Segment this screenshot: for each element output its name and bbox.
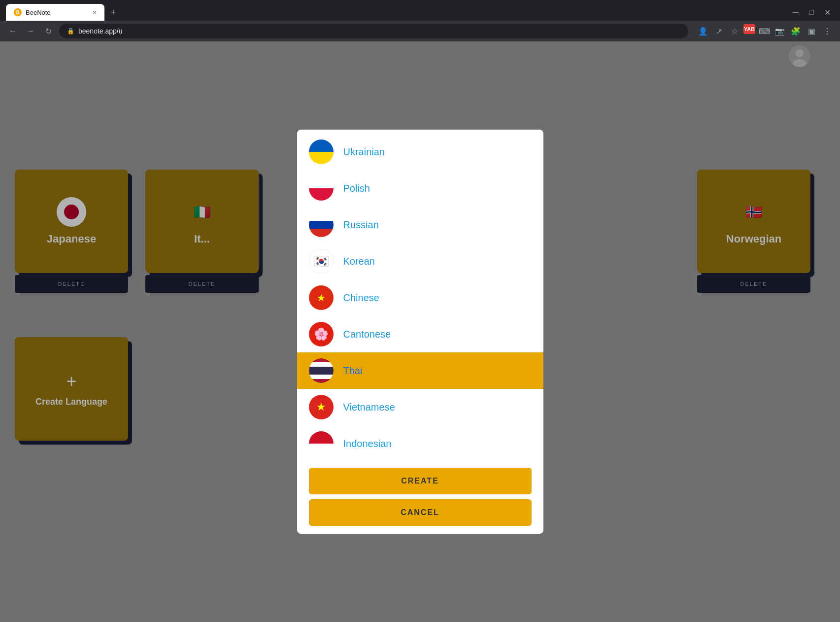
menu-icon[interactable]: ⋮: [820, 24, 834, 38]
language-item-korean[interactable]: 🇰🇷 Korean: [297, 243, 543, 279]
polish-flag: [309, 176, 334, 201]
url-text: beenote.app/u: [78, 27, 123, 35]
korean-flag: 🇰🇷: [309, 249, 334, 274]
russian-label: Russian: [343, 219, 379, 231]
language-item-cantonese[interactable]: 🌸 Cantonese: [297, 316, 543, 352]
language-item-chinese[interactable]: ★ Chinese: [297, 279, 543, 316]
tab-title: BeeNote: [26, 9, 89, 16]
page-content: Japanese DELETE 🇮🇹 It... DELETE 🇳🇴 Norwe…: [0, 41, 840, 622]
extensions-icon[interactable]: 🧩: [789, 24, 803, 38]
language-item-polish[interactable]: Polish: [297, 170, 543, 207]
chinese-label: Chinese: [343, 292, 379, 304]
ukrainian-label: Ukrainian: [343, 146, 385, 158]
bookmark-icon[interactable]: ☆: [728, 24, 741, 38]
modal-actions: CREATE CANCEL: [297, 462, 543, 534]
cancel-button[interactable]: CANCEL: [309, 499, 532, 526]
vietnamese-flag: ★: [309, 395, 334, 419]
close-window-button[interactable]: ✕: [820, 5, 834, 19]
tab-bar: B BeeNote × + ─ □ ✕: [0, 0, 840, 21]
cantonese-label: Cantonese: [343, 329, 391, 340]
new-tab-button[interactable]: +: [106, 5, 120, 19]
minimize-button[interactable]: ─: [789, 5, 803, 19]
lock-icon: 🔒: [67, 28, 74, 35]
keyboard-icon[interactable]: ⌨: [757, 24, 771, 38]
language-item-indonesian[interactable]: Indonesian: [297, 425, 543, 462]
russian-flag: [309, 212, 334, 237]
cantonese-flag: 🌸: [309, 322, 334, 346]
chinese-flag: ★: [309, 285, 334, 310]
language-item-vietnamese[interactable]: ★ Vietnamese: [297, 389, 543, 425]
browser-chrome: B BeeNote × + ─ □ ✕ ← → ↻ 🔒 beenote.app/…: [0, 0, 840, 41]
ukrainian-flag: [309, 139, 334, 164]
indonesian-flag: [309, 431, 334, 456]
share-icon[interactable]: ↗: [712, 24, 726, 38]
polish-label: Polish: [343, 183, 370, 194]
tab-favicon: B: [14, 8, 22, 16]
profile-icon[interactable]: 👤: [696, 24, 710, 38]
window-controls: ─ □ ✕: [789, 5, 834, 19]
indonesian-label: Indonesian: [343, 438, 392, 449]
thai-flag: [309, 358, 334, 383]
language-select-modal: Ukrainian Polish Russian 🇰🇷 Korean: [297, 130, 543, 534]
forward-button[interactable]: →: [24, 24, 37, 38]
language-item-russian[interactable]: Russian: [297, 207, 543, 243]
active-tab[interactable]: B BeeNote ×: [6, 4, 104, 21]
back-button[interactable]: ←: [6, 24, 20, 38]
modal-overlay: Ukrainian Polish Russian 🇰🇷 Korean: [0, 41, 840, 622]
language-item-thai[interactable]: Thai: [297, 352, 543, 389]
screenshot-icon[interactable]: 📷: [773, 24, 787, 38]
language-item-ukrainian[interactable]: Ukrainian: [297, 134, 543, 170]
tab-close-button[interactable]: ×: [93, 9, 97, 16]
sidebar-toggle-icon[interactable]: ▣: [805, 24, 818, 38]
create-button[interactable]: CREATE: [309, 468, 532, 494]
refresh-button[interactable]: ↻: [41, 24, 55, 38]
toolbar-icons: 👤 ↗ ☆ YAB ⌨ 📷 🧩 ▣ ⋮: [696, 24, 834, 38]
maximize-button[interactable]: □: [805, 5, 818, 19]
yab-icon[interactable]: YAB: [743, 24, 755, 34]
thai-label: Thai: [343, 365, 363, 377]
vietnamese-label: Vietnamese: [343, 402, 395, 413]
language-list[interactable]: Ukrainian Polish Russian 🇰🇷 Korean: [297, 130, 543, 462]
korean-label: Korean: [343, 256, 375, 267]
address-bar-row: ← → ↻ 🔒 beenote.app/u 👤 ↗ ☆ YAB ⌨ 📷 🧩 ▣ …: [0, 21, 840, 41]
address-bar[interactable]: 🔒 beenote.app/u: [59, 24, 688, 38]
